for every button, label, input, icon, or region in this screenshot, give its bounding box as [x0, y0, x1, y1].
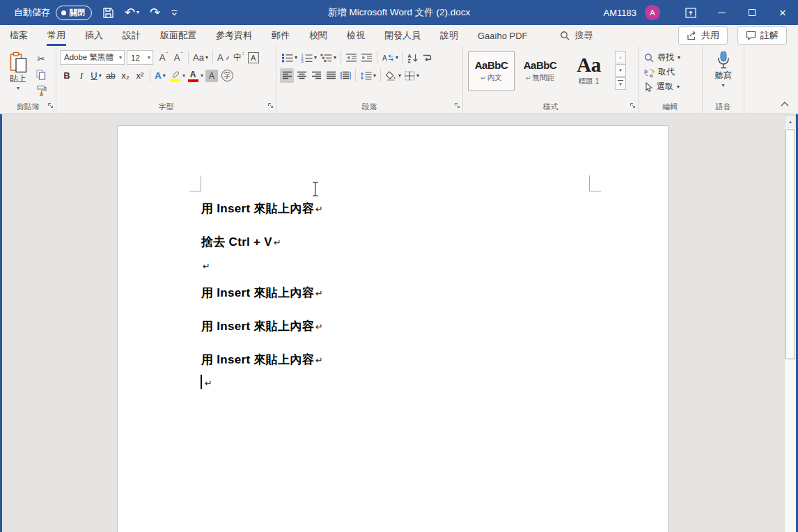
redo-icon: ↷	[150, 6, 160, 19]
enclose-characters-glyph: 字	[221, 70, 233, 81]
search-box[interactable]: 搜尋	[560, 29, 593, 42]
tab-review[interactable]: 校閱	[299, 25, 337, 46]
customize-qat-button[interactable]	[171, 9, 178, 17]
scrollbar-up-button[interactable]: ▴	[785, 116, 796, 127]
align-center-button[interactable]	[295, 68, 308, 83]
minimize-icon	[718, 13, 726, 13]
maximize-button[interactable]	[737, 0, 767, 25]
italic-button[interactable]: I	[75, 68, 88, 83]
comments-button[interactable]: 註解	[737, 26, 787, 45]
margin-corner-mark-top-left	[189, 175, 201, 191]
tab-layout[interactable]: 版面配置	[150, 25, 206, 46]
scrollbar-thumb[interactable]	[785, 130, 795, 359]
tab-view[interactable]: 檢視	[337, 25, 375, 46]
font-color-button[interactable]: A	[186, 68, 200, 83]
select-label: 選取	[657, 81, 673, 93]
paste-button[interactable]: 貼上 ▾	[3, 50, 33, 102]
numbering-button[interactable]: 123 ▾	[299, 50, 318, 65]
multilevel-list-icon	[320, 53, 332, 63]
character-shading-button[interactable]: A	[204, 68, 219, 83]
enclose-characters-button[interactable]: 字	[220, 68, 235, 83]
borders-button[interactable]: ▾	[403, 68, 421, 83]
phonetic-guide-button[interactable]: 中∶	[232, 50, 246, 65]
style-no-spacing[interactable]: AaBbC ↵無間距	[517, 51, 563, 91]
paragraph-line[interactable]: ↵	[201, 259, 210, 276]
grow-font-button[interactable]: Aˆ	[157, 50, 171, 65]
show-formatting-marks-button[interactable]	[421, 50, 435, 65]
sort-button[interactable]: AZ	[406, 50, 420, 65]
ribbon-display-options-button[interactable]	[675, 0, 706, 25]
autosave-toggle[interactable]: 自動儲存 關閉	[14, 6, 92, 20]
style-name: 無間距	[533, 73, 555, 83]
chevron-down-icon: ▾	[163, 73, 166, 79]
tab-design[interactable]: 設計	[113, 25, 150, 46]
shading-fill-button[interactable]: ▾	[384, 68, 402, 83]
paragraph-line[interactable]: 用 Insert 來貼上內容↵	[201, 285, 323, 302]
tab-developer[interactable]: 開發人員	[375, 25, 430, 46]
paragraph-line[interactable]: 用 Insert 來貼上內容↵	[201, 201, 323, 217]
minimize-button[interactable]	[706, 0, 737, 25]
tab-home[interactable]: 常用	[38, 25, 75, 46]
clear-formatting-button[interactable]: A	[216, 50, 231, 65]
svg-text:c: c	[650, 72, 654, 77]
styles-scroll-down-button[interactable]: ▾	[615, 64, 626, 77]
style-heading-1[interactable]: Aa 標題 1	[565, 51, 612, 91]
change-case-button[interactable]: Aa▾	[191, 50, 210, 65]
styles-scroll-up-button[interactable]: ▴	[615, 51, 626, 63]
text-effects-button[interactable]: A▾	[153, 68, 167, 83]
undo-button[interactable]: ↶ ▾	[125, 6, 139, 19]
paragraph-line[interactable]: 用 Insert 來貼上內容↵	[201, 352, 323, 368]
distribute-button[interactable]	[338, 68, 352, 83]
share-button[interactable]: 共用	[678, 26, 728, 45]
svg-text:Z: Z	[408, 58, 412, 63]
shrink-font-button[interactable]: Aˇ	[171, 50, 185, 65]
cut-button[interactable]: ✂	[34, 52, 48, 65]
chevron-down-icon: ▾	[373, 73, 376, 79]
increase-indent-button[interactable]	[359, 50, 374, 65]
avatar[interactable]: A	[645, 5, 660, 20]
tab-file[interactable]: 檔案	[0, 25, 38, 46]
superscript-button[interactable]: x²	[133, 68, 147, 83]
paragraph-line[interactable]: 捨去 Ctrl + V↵	[201, 234, 281, 251]
account-name[interactable]: AM1183	[604, 8, 636, 18]
replace-button[interactable]: bc 取代	[642, 65, 698, 79]
tab-help[interactable]: 說明	[430, 25, 468, 46]
paragraph-line[interactable]: 用 Insert 來貼上內容↵	[201, 318, 323, 335]
line-spacing-button[interactable]: ▾	[359, 68, 377, 83]
select-button[interactable]: 選取 ▾	[642, 80, 698, 93]
autosave-pill[interactable]: 關閉	[56, 6, 92, 20]
collapse-ribbon-button[interactable]	[777, 95, 792, 111]
paragraph-line[interactable]: ↵	[201, 376, 212, 393]
multilevel-list-button[interactable]: ▾	[319, 50, 338, 65]
document-page[interactable]: 用 Insert 來貼上內容↵ 捨去 Ctrl + V↵ ↵ 用 Insert …	[117, 125, 668, 532]
bold-button[interactable]: B	[60, 68, 74, 83]
style-normal[interactable]: AaBbC ↵內文	[468, 51, 515, 91]
tab-references[interactable]: 參考資料	[206, 25, 262, 46]
font-size-combo[interactable]: 12 ▾	[127, 50, 153, 65]
redo-button[interactable]: ↷	[150, 6, 160, 19]
format-painter-button[interactable]	[34, 84, 48, 97]
highlight-button[interactable]	[168, 68, 182, 83]
tab-insert[interactable]: 插入	[75, 25, 113, 46]
styles-gallery-more-button[interactable]: ▾	[615, 77, 626, 90]
underline-button[interactable]: U▾	[89, 68, 103, 83]
bullets-button[interactable]: ▾	[280, 50, 299, 65]
subscript-button[interactable]: x₂	[118, 68, 132, 83]
character-border-button[interactable]: A	[247, 50, 260, 65]
vertical-scrollbar[interactable]: ▴	[784, 116, 796, 532]
align-left-button[interactable]	[280, 68, 294, 83]
decrease-indent-button[interactable]	[344, 50, 359, 65]
tab-gaaiho-pdf[interactable]: Gaaiho PDF	[468, 25, 538, 46]
save-button[interactable]	[102, 7, 114, 19]
justify-button[interactable]	[324, 68, 338, 83]
font-name-combo[interactable]: Adobe 繁黑體 ▾	[60, 50, 125, 65]
chevron-down-icon: ▾	[677, 84, 680, 90]
align-right-button[interactable]	[309, 68, 323, 83]
find-button[interactable]: 尋找 ▾	[642, 51, 698, 64]
asian-layout-button[interactable]: A ▾	[380, 50, 400, 65]
tab-mailings[interactable]: 郵件	[262, 25, 299, 46]
strikethrough-button[interactable]: ab	[104, 68, 118, 83]
dictate-button[interactable]: 聽寫 ▾	[706, 50, 740, 88]
copy-button[interactable]	[34, 68, 48, 81]
close-button[interactable]: ×	[767, 0, 798, 25]
